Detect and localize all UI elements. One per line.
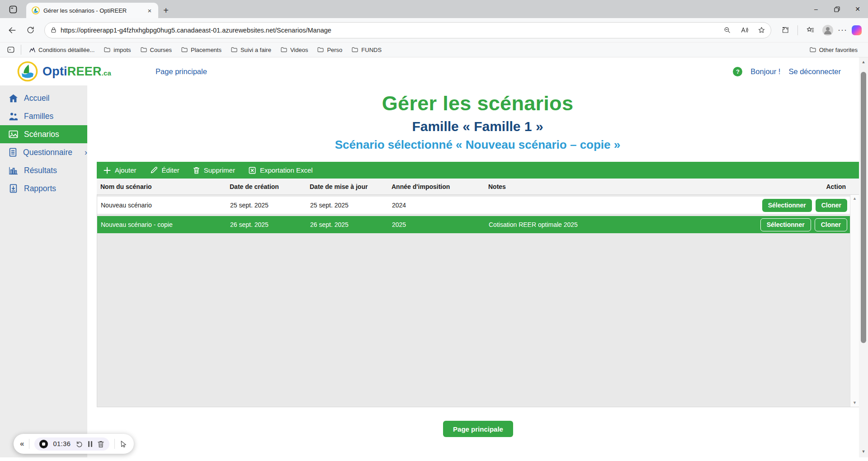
help-icon[interactable]: ? — [733, 67, 742, 76]
header-created: Date de création — [230, 183, 310, 190]
new-tab-button[interactable]: + — [158, 3, 174, 18]
page-scroll-up-icon[interactable]: ▲ — [862, 57, 866, 67]
sidebar-item-rapports[interactable]: Rapports — [0, 179, 87, 198]
header-notes: Notes — [488, 183, 758, 190]
table-row[interactable]: Nouveau scénario 25 sept. 2025 25 sept. … — [97, 197, 850, 214]
page-title: Gérer les scénarios — [87, 92, 868, 115]
cell-updated: 26 sept. 2025 — [310, 221, 392, 228]
bookmark-funds[interactable]: FUNDS — [347, 44, 386, 55]
cell-year: 2024 — [392, 202, 489, 209]
stop-recording-icon[interactable] — [39, 440, 48, 448]
brand-opti: Opti — [42, 65, 67, 78]
page-scrollbar-thumb[interactable] — [861, 72, 866, 343]
sidebar-item-accueil[interactable]: Accueil — [0, 89, 87, 107]
logout-link[interactable]: Se déconnecter — [788, 67, 841, 76]
cell-created: 26 sept. 2025 — [230, 221, 310, 228]
cell-created: 25 sept. 2025 — [230, 202, 310, 209]
sidebar-item-label: Questionnaire — [23, 148, 72, 157]
other-favorites[interactable]: Other favorites — [805, 44, 862, 55]
divider — [797, 25, 798, 35]
main-content: Gérer les scénarios Famille « Famille 1 … — [87, 85, 868, 461]
clone-button[interactable]: Cloner — [816, 199, 847, 212]
delete-button[interactable]: Supprimer — [193, 166, 235, 174]
export-excel-button[interactable]: Exportation Excel — [249, 166, 313, 174]
delete-recording-icon[interactable] — [97, 440, 104, 448]
clone-button[interactable]: Cloner — [815, 218, 847, 231]
sidebar-item-label: Résultats — [24, 166, 57, 175]
bookmark-label: Suivi a faire — [241, 47, 271, 53]
edit-button[interactable]: Éditer — [150, 166, 179, 174]
address-bar[interactable]: https://optireerapp1-g4fzhxhgbpg0hug5.ca… — [44, 22, 771, 38]
brand[interactable]: OptiREER.ca — [17, 61, 111, 82]
app-header: OptiREER.ca Page principale ? Bonjour ! … — [0, 57, 868, 85]
header-updated: Date de mise à jour — [310, 183, 392, 190]
settings-menu-icon[interactable]: ··· — [838, 25, 847, 35]
favorite-star-icon[interactable] — [755, 24, 768, 37]
sidebar-item-label: Familles — [24, 112, 53, 121]
window-close-button[interactable]: ✕ — [847, 0, 868, 18]
favorites-bar-icon[interactable] — [802, 23, 818, 38]
collapse-icon[interactable]: « — [20, 439, 24, 448]
page-scrollbar[interactable]: ▲ ▼ — [859, 57, 868, 457]
cursor-highlight-icon[interactable] — [120, 440, 127, 448]
bookmark-courses[interactable]: Courses — [136, 44, 176, 55]
header-action: Action — [758, 183, 859, 190]
workspaces-icon[interactable] — [7, 4, 19, 15]
browser-tab[interactable]: Gérer les scénarios - OptiREER × — [26, 3, 158, 18]
selected-scenario-subtitle: Scénario sélectionné « Nouveau scénario … — [87, 138, 868, 152]
sidebar: Accueil Familles Scénarios — [0, 85, 87, 457]
sidebar-item-resultats[interactable]: Résultats — [0, 161, 87, 179]
window-minimize-button[interactable]: – — [806, 0, 826, 18]
url-text[interactable]: https://optireerapp1-g4fzhxhgbpg0hug5.ca… — [61, 27, 717, 34]
read-aloud-icon[interactable] — [737, 24, 751, 37]
back-icon[interactable] — [5, 23, 20, 38]
select-button[interactable]: Sélectionner — [760, 218, 811, 231]
edit-button-label: Éditer — [162, 166, 179, 174]
zoom-out-icon[interactable] — [720, 24, 734, 37]
sidebar-item-label: Accueil — [24, 94, 49, 103]
table-row-selected[interactable]: Nouveau scénario - copie 26 sept. 2025 2… — [97, 216, 850, 233]
recording-toolbar[interactable]: « 01:36 — [14, 434, 134, 454]
sidebar-item-familles[interactable]: Familles — [0, 107, 87, 125]
cell-year: 2025 — [392, 221, 489, 228]
cell-updated: 25 sept. 2025 — [310, 202, 392, 209]
favicon-optireer — [32, 6, 40, 14]
scroll-down-icon[interactable]: ▼ — [853, 401, 857, 405]
tab-close-icon[interactable]: × — [145, 5, 155, 15]
tab-title: Gérer les scénarios - OptiREER — [43, 7, 141, 14]
bookmark-label: FUNDS — [361, 47, 382, 53]
bookmark-impots[interactable]: impots — [99, 44, 135, 55]
split-screen-icon[interactable] — [5, 44, 17, 56]
scenarios-panel: Ajouter Éditer Supprimer Exportation Exc… — [97, 162, 859, 437]
bookmark-suivi[interactable]: Suivi a faire — [226, 44, 275, 55]
bookmark-perso[interactable]: Perso — [313, 44, 346, 55]
bookmark-placements[interactable]: Placements — [177, 44, 226, 55]
bookmark-conditions[interactable]: Conditions détaillée... — [25, 45, 99, 55]
page-principale-button[interactable]: Page principale — [443, 421, 513, 437]
people-icon — [9, 112, 18, 121]
sidebar-item-scenarios[interactable]: Scénarios — [0, 125, 87, 143]
window-restore-button[interactable] — [826, 0, 847, 18]
pause-recording-icon[interactable] — [88, 441, 92, 447]
home-icon — [9, 94, 18, 103]
copilot-icon[interactable] — [852, 25, 862, 35]
brand-reer: REER — [67, 65, 102, 78]
restart-recording-icon[interactable] — [75, 440, 83, 448]
add-button[interactable]: Ajouter — [104, 166, 137, 174]
nav-page-principale-link[interactable]: Page principale — [156, 67, 207, 76]
sidebar-item-questionnaire[interactable]: Questionnaire › — [0, 143, 87, 161]
scroll-up-icon[interactable]: ▲ — [853, 197, 857, 201]
cell-name: Nouveau scénario - copie — [101, 221, 230, 228]
table-header-row: Nom du scénario Date de création Date de… — [97, 179, 859, 195]
lock-icon — [50, 27, 57, 33]
extensions-icon[interactable] — [778, 23, 793, 38]
bookmark-videos[interactable]: Videos — [276, 44, 312, 55]
cell-action: Sélectionner Cloner — [759, 218, 850, 231]
refresh-icon[interactable] — [23, 23, 38, 38]
table-scrollbar[interactable]: ▲ ▼ — [850, 195, 859, 407]
cell-name: Nouveau scénario — [101, 202, 230, 209]
select-button[interactable]: Sélectionner — [762, 199, 812, 212]
page-scroll-down-icon[interactable]: ▼ — [862, 447, 866, 456]
browser-titlebar: Gérer les scénarios - OptiREER × + – ✕ — [0, 0, 868, 18]
profile-avatar[interactable] — [822, 25, 833, 36]
